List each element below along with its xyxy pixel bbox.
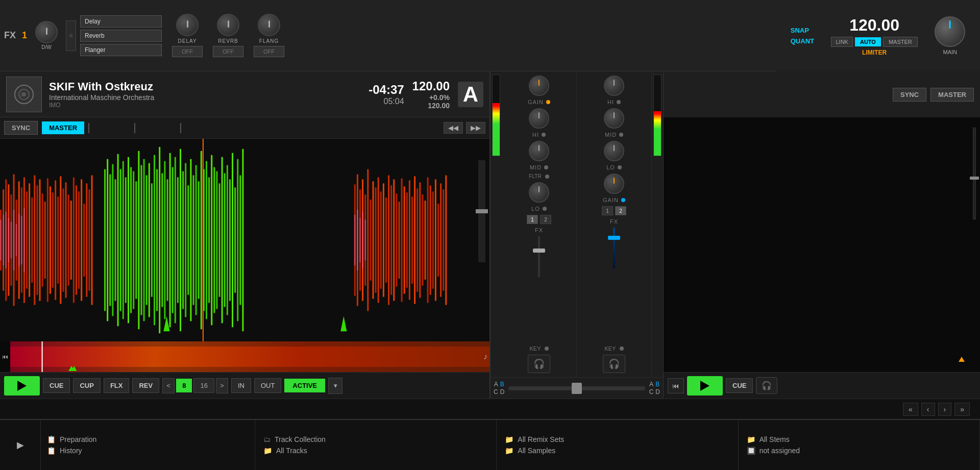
fx-dw-knob[interactable] — [35, 21, 58, 43]
cf-a-label-r: A — [649, 381, 653, 388]
deck-b-play-button[interactable] — [687, 376, 723, 395]
svg-rect-128 — [406, 192, 408, 288]
in-button[interactable]: IN — [231, 378, 251, 393]
mid-knob-a[interactable] — [529, 141, 549, 161]
deck-b-master-button[interactable]: MASTER — [930, 88, 974, 102]
fx-delay-toggle[interactable]: OFF — [172, 46, 203, 57]
headphone-btn-a[interactable]: 🎧 — [528, 355, 550, 373]
hi-knob-b[interactable] — [604, 76, 624, 96]
lib-preparation-item[interactable]: 📋 Preparation — [47, 435, 249, 443]
lo-knob-b[interactable] — [604, 141, 624, 161]
svg-rect-98 — [227, 165, 228, 315]
cf-c-label: C — [494, 388, 498, 395]
sync-button[interactable]: SYNC — [4, 121, 38, 135]
svg-rect-101 — [234, 187, 236, 292]
cup-button[interactable]: CUP — [73, 378, 100, 393]
ch-num-1-b[interactable]: 1 — [602, 206, 613, 215]
svg-rect-75 — [166, 179, 168, 301]
fx-chain-link[interactable]: ⊕ — [66, 20, 76, 51]
lib-history-item[interactable]: 📋 History — [47, 447, 249, 455]
link-button[interactable]: LINK — [831, 37, 852, 47]
gain-knob-b[interactable] — [604, 174, 624, 194]
fx-delay-knob[interactable] — [176, 14, 199, 36]
deck-b-waveform[interactable] — [664, 117, 980, 372]
lib-all-samples-item[interactable]: 📁 All Samples — [505, 447, 729, 455]
svg-rect-36 — [81, 179, 82, 301]
deck-b-pitch-slider[interactable] — [973, 128, 976, 219]
dropdown-button[interactable]: ▾ — [328, 378, 342, 394]
track-collection-label: Track Collection — [275, 435, 326, 443]
fader-a — [538, 236, 540, 342]
key-dot-b — [620, 347, 624, 351]
mini-wf-inner[interactable] — [10, 341, 489, 372]
fx-select-reverb[interactable]: Reverb — [80, 30, 162, 42]
lib-all-tracks-item[interactable]: 📁 All Tracks — [263, 447, 488, 455]
svg-rect-83 — [187, 185, 189, 294]
lib-remix-sets-item[interactable]: 📁 All Remix Sets — [505, 435, 729, 443]
master-button[interactable]: MASTER — [883, 37, 918, 47]
fx-delay-group: DELAY OFF — [172, 14, 203, 57]
fx-reverb-toggle[interactable]: OFF — [213, 46, 243, 57]
pitch-slider[interactable] — [478, 160, 485, 262]
rewind-button[interactable]: ◀◀ — [444, 122, 463, 134]
svg-rect-102 — [237, 159, 238, 321]
lib-not-assigned-item[interactable]: 🔲 not assigned — [747, 447, 971, 455]
waveform-main[interactable] — [0, 139, 489, 341]
mid-label-row-b: MID — [605, 132, 623, 138]
fader-track-b[interactable] — [613, 228, 615, 268]
fx-reverb-knob[interactable] — [217, 14, 239, 36]
loop-size-16-button[interactable]: 16 — [193, 378, 214, 393]
ch-num-2-b[interactable]: 2 — [615, 206, 626, 215]
out-button[interactable]: OUT — [254, 378, 281, 393]
nav-next-button[interactable]: › — [938, 403, 952, 416]
nav-row: « ‹ › » — [0, 399, 980, 419]
headphone-btn-b[interactable]: 🎧 — [603, 355, 625, 373]
auto-button[interactable]: AUTO — [855, 37, 881, 46]
lib-track-collection-item[interactable]: 🗂 Track Collection — [263, 435, 488, 443]
vu-meter-left — [491, 71, 502, 377]
library-play-a-button[interactable]: ▶ — [17, 439, 24, 451]
play-button[interactable] — [4, 376, 40, 395]
loop-next-button[interactable]: > — [216, 378, 228, 393]
deck-b-rewind-button[interactable]: ⏮ — [668, 378, 684, 393]
hi-knob-a[interactable] — [529, 108, 549, 129]
crossfader-track[interactable] — [508, 386, 645, 390]
main-knob[interactable] — [935, 16, 965, 47]
mid-dot-b — [619, 133, 623, 137]
cue-button[interactable]: CUE — [43, 378, 70, 393]
forward-button[interactable]: ▶▶ — [466, 122, 485, 134]
flx-button[interactable]: FLX — [104, 378, 130, 393]
fx-flanger-toggle[interactable]: OFF — [254, 46, 284, 57]
mid-knob-b[interactable] — [604, 108, 624, 129]
ch-num-2-a[interactable]: 2 — [540, 215, 551, 224]
mini-wf-start-btn[interactable]: ⏮ — [0, 341, 10, 372]
fader-track-a[interactable] — [538, 236, 540, 277]
lib-all-stems-item[interactable]: 📁 All Stems — [747, 435, 971, 443]
nav-next-next-button[interactable]: » — [954, 403, 970, 416]
ch-num-1-a[interactable]: 1 — [527, 215, 538, 224]
fx-select-flanger[interactable]: Flanger — [80, 44, 162, 56]
mixer-channel-b: HI MID LO GAIN 1 — [577, 71, 652, 377]
loop-prev-button[interactable]: < — [162, 378, 175, 393]
limiter-button[interactable]: LIMITER — [862, 49, 887, 56]
fx-flanger-knob[interactable] — [258, 14, 280, 36]
deck-b-sync-button[interactable]: SYNC — [893, 88, 926, 102]
hi-label-row-b: HI — [607, 99, 621, 105]
nav-prev-prev-button[interactable]: « — [903, 403, 918, 416]
fx-select-delay[interactable]: Delay — [80, 15, 162, 28]
svg-rect-79 — [177, 177, 179, 303]
lo-knob-a[interactable] — [529, 182, 549, 203]
master-active-button[interactable]: MASTER — [42, 121, 84, 134]
loop-size-active-button[interactable]: 8 — [176, 379, 192, 392]
mini-waveform[interactable]: ⏮ — [0, 341, 489, 372]
svg-rect-57 — [120, 169, 121, 311]
rev-button[interactable]: REV — [132, 378, 159, 393]
deck-b-cue-button[interactable]: CUE — [726, 378, 753, 393]
gain-knob-a[interactable] — [529, 76, 549, 96]
nav-prev-button[interactable]: ‹ — [921, 403, 935, 416]
svg-rect-135 — [424, 201, 426, 280]
sync-bar: SYNC MASTER ◀◀ ▶▶ — [0, 117, 489, 139]
svg-rect-90 — [206, 161, 207, 319]
deck-b-headphone-button[interactable]: 🎧 — [756, 377, 777, 394]
active-button[interactable]: ACTIVE — [284, 379, 325, 392]
